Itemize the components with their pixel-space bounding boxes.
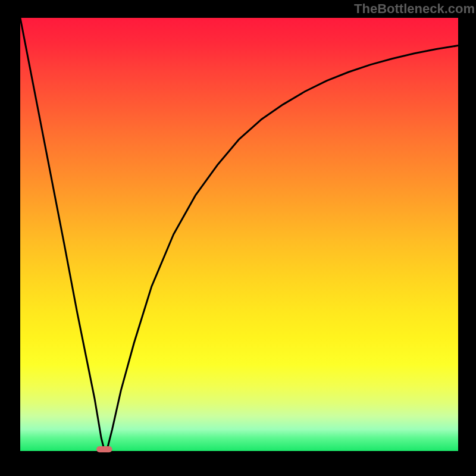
watermark-text: TheBottleneck.com bbox=[354, 1, 475, 17]
chart-frame: TheBottleneck.com bbox=[0, 0, 476, 476]
curve-layer bbox=[0, 0, 476, 476]
bottleneck-curve bbox=[20, 18, 458, 451]
optimal-marker bbox=[96, 446, 112, 452]
